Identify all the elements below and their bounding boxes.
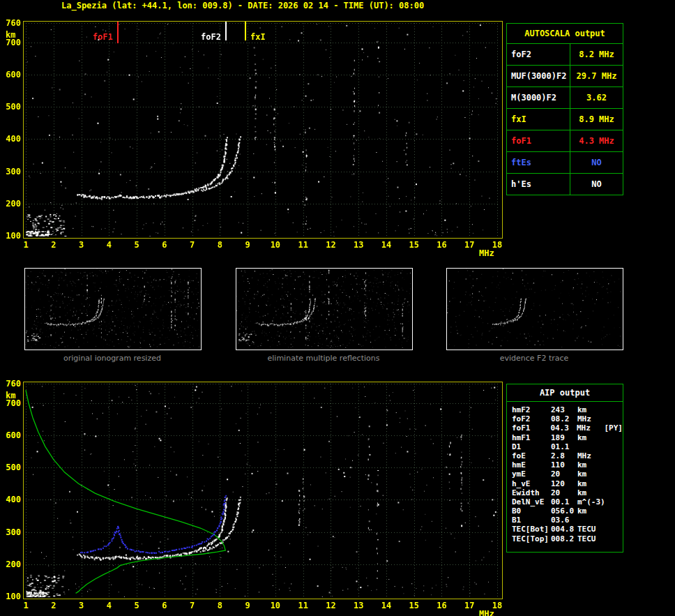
x-tick-label-bottom: 17 bbox=[461, 601, 478, 610]
aip-param-unit bbox=[577, 442, 605, 451]
marker-line-fof1 bbox=[117, 22, 119, 43]
aip-row-hmf1: hmF1189km bbox=[507, 433, 623, 442]
marker-overlay: foF1foF2fxI bbox=[24, 22, 501, 236]
aip-param-unit: MHz bbox=[577, 423, 605, 433]
aip-param-unit: MHz bbox=[577, 414, 605, 423]
autoscala-row-fof2: foF28.2 MHz bbox=[507, 43, 623, 65]
autoscala-param-value: 8.2 MHz bbox=[570, 44, 623, 65]
aip-row-ewidth: Ewidth20km bbox=[507, 488, 623, 497]
autoscala-param-label: foF2 bbox=[507, 44, 570, 65]
autoscala-param-value: NO bbox=[570, 174, 623, 195]
autoscala-param-value: NO bbox=[570, 152, 623, 173]
marker-line-fxi bbox=[245, 22, 246, 40]
marker-line-fof2 bbox=[225, 22, 227, 40]
aip-row-hme: hmE110km bbox=[507, 460, 623, 469]
y-tick-label-bottom: 100 bbox=[1, 592, 21, 601]
thumbnail-canvas-original bbox=[25, 269, 199, 348]
x-tick-label-bottom: 16 bbox=[433, 601, 450, 610]
aip-param-name: DelN_vE bbox=[512, 497, 551, 506]
aip-param-name: Ewidth bbox=[512, 488, 551, 497]
x-tick-label-bottom: 4 bbox=[100, 601, 117, 610]
x-tick-label-bottom: 14 bbox=[378, 601, 395, 610]
autoscala-param-label: h'Es bbox=[507, 174, 570, 195]
x-tick-label-bottom: 15 bbox=[406, 601, 423, 610]
x-tick-label-top: 17 bbox=[461, 240, 478, 250]
aip-param-value: 056.0 bbox=[551, 506, 577, 516]
y-tick-label-bottom: 500 bbox=[1, 463, 21, 472]
marker-label-fxi: fxI bbox=[250, 32, 266, 42]
x-tick-label-top: 9 bbox=[239, 240, 256, 250]
ionogram-panel: foF1foF2fxI bbox=[23, 21, 503, 239]
thumbnail-caption-filtered: eliminate multiple reflections bbox=[236, 354, 411, 363]
y-tick-label-bottom: 700 bbox=[1, 398, 21, 408]
y-tick-label-bottom: 200 bbox=[1, 559, 21, 569]
aip-param-unit: TECU bbox=[577, 525, 605, 534]
aip-param-value: 243 bbox=[551, 405, 577, 414]
autoscala-param-value: 4.3 MHz bbox=[570, 130, 623, 151]
thumbnail-canvas-filtered bbox=[236, 269, 411, 348]
aip-param-unit: m^(-3) bbox=[577, 497, 605, 506]
aip-param-name: h_vE bbox=[512, 479, 551, 488]
aip-param-unit: km bbox=[577, 460, 605, 469]
autoscala-row-muf3000f2: MUF(3000)F229.7 MHz bbox=[507, 65, 623, 87]
aip-param-value: 01.1 bbox=[551, 442, 577, 451]
aip-output-table: AIP output hmF2243kmfoF208.2MHzfoF104.3M… bbox=[506, 384, 623, 553]
marker-label-fof1: foF1 bbox=[78, 32, 113, 42]
aip-param-name: hmF2 bbox=[512, 405, 551, 414]
x-tick-label-bottom: 18 bbox=[489, 601, 506, 610]
autoscala-output-window: La_Spezia (lat: +44.1, lon: 009.8) - DAT… bbox=[0, 0, 675, 616]
x-tick-label-top: 8 bbox=[211, 240, 228, 250]
aip-param-extra: [PY] bbox=[605, 423, 623, 433]
aip-param-name: ymE bbox=[512, 469, 551, 479]
y-tick-label-top: 500 bbox=[1, 102, 21, 112]
aip-row-delnve: DelN_vE00.1m^(-3) bbox=[507, 497, 623, 506]
aip-param-value: 08.2 bbox=[551, 414, 577, 423]
thumbnail-original-ionogram bbox=[24, 268, 202, 350]
aip-param-value: 03.6 bbox=[551, 516, 577, 525]
aip-param-name: hmF1 bbox=[512, 433, 551, 442]
aip-param-unit: km bbox=[577, 506, 605, 516]
autoscala-row-ftes: ftEsNO bbox=[507, 151, 623, 173]
y-tick-label-top: 100 bbox=[1, 231, 21, 241]
x-tick-label-top: 16 bbox=[433, 240, 450, 250]
x-tick-label-bottom: 10 bbox=[267, 601, 284, 610]
x-tick-label-top: 4 bbox=[100, 240, 117, 250]
x-tick-label-top: 6 bbox=[156, 240, 173, 250]
aip-param-value: 04.3 bbox=[550, 423, 577, 433]
aip-param-name: hmE bbox=[512, 460, 551, 469]
aip-param-value: 120 bbox=[551, 479, 577, 488]
aip-param-name: B0 bbox=[512, 506, 551, 516]
x-tick-label-top: 11 bbox=[295, 240, 312, 250]
aip-row-tecbot: TEC[Bot]004.8TECU bbox=[507, 525, 623, 534]
aip-param-unit: km bbox=[577, 469, 605, 479]
aip-row-d1: D101.1 bbox=[507, 442, 623, 451]
autoscala-param-value: 29.7 MHz bbox=[570, 66, 623, 87]
profile-ionogram-canvas bbox=[24, 382, 501, 597]
aip-row-b0: B0056.0km bbox=[507, 506, 623, 516]
x-tick-label-bottom: 6 bbox=[156, 601, 173, 610]
autoscala-output-table: AUTOSCALA output foF28.2 MHzMUF(3000)F22… bbox=[506, 23, 623, 195]
aip-param-value: 189 bbox=[551, 433, 577, 442]
autoscala-param-value: 3.62 bbox=[570, 87, 623, 108]
profile-ionogram-panel bbox=[23, 382, 503, 599]
aip-row-hmf2: hmF2243km bbox=[507, 405, 623, 414]
y-tick-label-bottom: 760 bbox=[1, 379, 21, 389]
x-axis-unit-top: MHz bbox=[479, 248, 494, 258]
x-tick-label-bottom: 9 bbox=[239, 601, 256, 610]
aip-param-name: TEC[Bot] bbox=[512, 525, 551, 534]
x-tick-label-top: 7 bbox=[184, 240, 201, 250]
thumbnail-canvas-f2-trace bbox=[447, 269, 621, 348]
autoscala-row-fof1: foF14.3 MHz bbox=[507, 130, 623, 151]
aip-param-value: 20 bbox=[551, 469, 577, 479]
autoscala-param-label: ftEs bbox=[507, 152, 570, 173]
autoscala-row-m3000f2: M(3000)F23.62 bbox=[507, 87, 623, 108]
aip-row-fof2: foF208.2MHz bbox=[507, 414, 623, 423]
x-tick-label-top: 15 bbox=[406, 240, 423, 250]
aip-param-name: B1 bbox=[512, 516, 551, 525]
aip-param-unit: km bbox=[577, 433, 605, 442]
aip-row-tectop: TEC[Top]008.2TECU bbox=[507, 534, 623, 543]
aip-row-foe: foE2.8MHz bbox=[507, 451, 623, 460]
aip-param-value: 008.2 bbox=[551, 534, 577, 543]
aip-param-value: 2.8 bbox=[551, 451, 577, 460]
y-tick-label-top: 400 bbox=[1, 134, 21, 144]
